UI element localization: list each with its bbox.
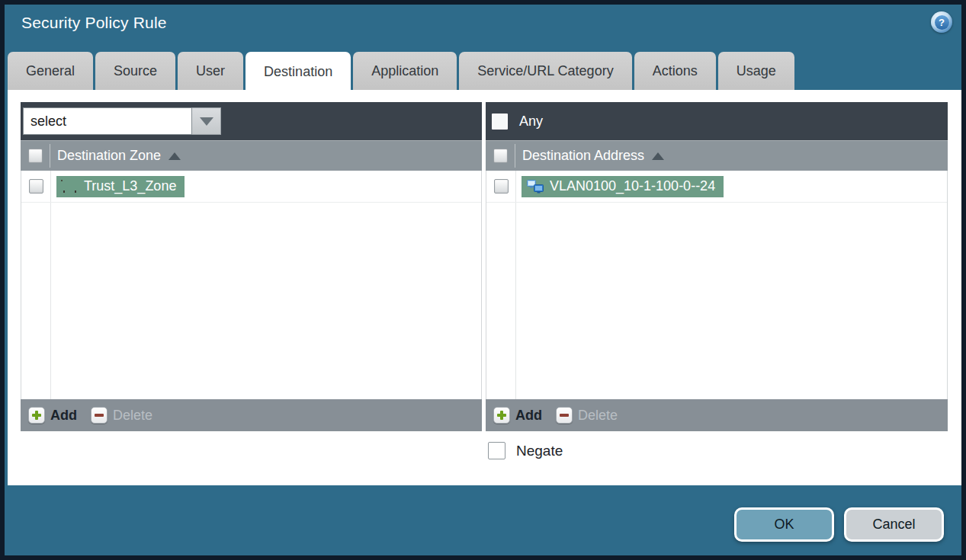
zone-add-button[interactable]: Add	[28, 407, 91, 424]
address-panel-footer: Add Delete	[486, 399, 948, 431]
zone-add-label[interactable]: Add	[50, 408, 77, 424]
zone-column-header[interactable]: Destination Zone	[50, 148, 181, 164]
add-plus-icon[interactable]	[493, 407, 510, 424]
column-divider	[515, 171, 516, 399]
negate-checkbox[interactable]	[488, 442, 505, 459]
address-table-header: Destination Address	[486, 140, 948, 171]
address-add-label[interactable]: Add	[515, 408, 542, 424]
destination-tab-body: select Destination Zone	[8, 90, 961, 485]
delete-minus-icon[interactable]	[91, 407, 108, 424]
destination-address-panel: Any Destination Address	[486, 102, 948, 431]
address-row-checkbox-cell	[486, 179, 515, 194]
address-tag-label: VLAN0100_10-1-100-0--24	[550, 178, 715, 194]
address-tag[interactable]: VLAN0100_10-1-100-0--24	[522, 176, 724, 197]
tab-usage[interactable]: Usage	[718, 52, 794, 90]
chevron-down-icon	[200, 117, 213, 126]
address-header-checkbox-cell	[486, 149, 515, 163]
zone-row[interactable]: Trust_L3_Zone	[21, 171, 481, 203]
zone-row-checkbox-cell	[21, 179, 50, 194]
dialog-title: Security Policy Rule	[21, 14, 167, 32]
zone-type-select-value[interactable]: select	[23, 107, 192, 135]
address-row-checkbox[interactable]	[494, 179, 509, 194]
negate-toggle: Negate	[488, 442, 563, 459]
address-add-button[interactable]: Add	[493, 407, 556, 424]
sort-ascending-icon	[652, 152, 664, 160]
any-checkbox[interactable]	[492, 114, 508, 130]
address-row[interactable]: VLAN0100_10-1-100-0--24	[486, 171, 947, 203]
destination-zone-panel: select Destination Zone	[21, 102, 482, 431]
zone-delete-button[interactable]: Delete	[91, 407, 152, 424]
zone-tag-label: Trust_L3_Zone	[84, 178, 176, 194]
zone-type-select-button[interactable]	[192, 107, 221, 135]
cancel-button[interactable]: Cancel	[844, 507, 944, 542]
tab-service-url-category[interactable]: Service/URL Category	[459, 52, 631, 90]
zone-column-header-label: Destination Zone	[57, 148, 161, 164]
zone-panel-footer: Add Delete	[21, 399, 482, 431]
dialog-window: Security Policy Rule ? General Source Us…	[0, 0, 966, 560]
zone-barricade-icon	[62, 181, 78, 193]
add-plus-icon[interactable]	[28, 407, 45, 424]
help-icon[interactable]: ?	[931, 11, 952, 33]
tab-user[interactable]: User	[178, 52, 243, 90]
negate-label: Negate	[516, 443, 563, 459]
address-delete-label: Delete	[578, 408, 618, 424]
zone-row-checkbox[interactable]	[29, 179, 43, 194]
any-toggle: Any	[492, 102, 543, 140]
ok-button[interactable]: OK	[734, 507, 834, 542]
any-label: Any	[519, 114, 543, 130]
network-computers-icon	[527, 180, 544, 194]
zone-header-checkbox-cell	[21, 149, 50, 163]
address-delete-button[interactable]: Delete	[556, 407, 618, 424]
delete-minus-icon[interactable]	[556, 407, 573, 424]
tab-general[interactable]: General	[8, 52, 93, 90]
column-divider	[515, 144, 515, 168]
zone-table-rows: Trust_L3_Zone	[21, 171, 482, 399]
tab-destination[interactable]: Destination	[246, 52, 351, 91]
sort-ascending-icon	[168, 152, 181, 160]
help-glyph: ?	[935, 15, 949, 30]
zone-tag[interactable]: Trust_L3_Zone	[56, 176, 185, 197]
column-divider	[50, 144, 50, 168]
zone-type-select[interactable]: select	[23, 107, 221, 135]
column-divider	[50, 171, 51, 399]
address-panel-toolbar: Any	[486, 102, 948, 140]
address-column-header[interactable]: Destination Address	[515, 148, 664, 164]
tab-application[interactable]: Application	[353, 52, 457, 90]
address-table-rows: VLAN0100_10-1-100-0--24	[486, 171, 948, 399]
tab-source[interactable]: Source	[95, 52, 175, 90]
zone-select-all-checkbox[interactable]	[28, 149, 43, 163]
address-column-header-label: Destination Address	[522, 148, 644, 164]
tab-bar: General Source User Destination Applicat…	[8, 52, 794, 91]
tab-actions[interactable]: Actions	[634, 52, 716, 90]
zone-panel-toolbar: select	[21, 102, 482, 140]
zone-delete-label: Delete	[113, 408, 152, 424]
zone-table-header: Destination Zone	[21, 140, 482, 171]
security-policy-rule-dialog: Security Policy Rule ? General Source Us…	[5, 5, 961, 555]
address-select-all-checkbox[interactable]	[493, 149, 508, 163]
